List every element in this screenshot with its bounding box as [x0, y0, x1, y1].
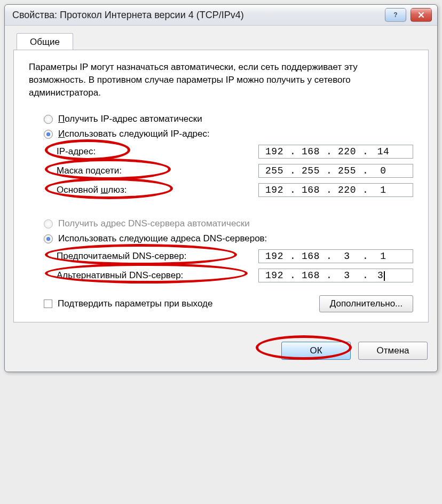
checkbox-icon — [44, 300, 52, 308]
cancel-button[interactable]: Отмена — [358, 342, 428, 360]
text-caret — [384, 271, 385, 281]
panel-general: Параметры IP могут назначаться автоматич… — [13, 50, 429, 322]
ok-button[interactable]: ОК — [281, 342, 351, 360]
help-button[interactable]: ? — [385, 8, 406, 22]
radio-icon — [44, 115, 53, 124]
close-button[interactable] — [411, 8, 432, 22]
input-alternate-dns[interactable]: 192. 168. 3. 3 — [258, 269, 413, 282]
label-default-gateway: Основной шлюз: — [57, 185, 127, 195]
svg-text:?: ? — [393, 11, 397, 19]
input-subnet-mask[interactable]: 255. 255. 255. 0 — [258, 164, 413, 178]
radio-icon — [44, 130, 53, 139]
input-default-gateway[interactable]: 192. 168. 220. 1 — [258, 183, 413, 197]
properties-dialog: Свойства: Протокол Интернета версии 4 (T… — [4, 4, 438, 372]
tab-general[interactable]: Общие — [17, 33, 73, 51]
radio-ip-auto[interactable]: Получить IP-адрес автоматически — [44, 114, 413, 124]
radio-dns-auto: Получить адрес DNS-сервера автоматически — [44, 218, 413, 229]
titlebar: Свойства: Протокол Интернета версии 4 (T… — [5, 5, 437, 26]
label-subnet-mask: Маска подсети: — [57, 166, 122, 176]
radio-icon — [44, 234, 53, 243]
advanced-button[interactable]: Дополнительно... — [319, 295, 413, 312]
window-title: Свойства: Протокол Интернета версии 4 (T… — [12, 10, 244, 21]
label-alternate-dns: Альтернативный DNS-сервер: — [57, 270, 183, 281]
label-ip-address: IP-адрес: — [57, 146, 96, 157]
radio-dns-manual[interactable]: Использовать следующие адреса DNS-сервер… — [44, 233, 413, 244]
tabstrip: Общие — [13, 33, 429, 50]
close-icon — [417, 11, 425, 19]
input-ip-address[interactable]: 192. 168. 220. 14 — [258, 145, 413, 159]
checkbox-confirm-on-exit[interactable]: Подтвердить параметры при выходе — [44, 298, 212, 309]
radio-ip-manual[interactable]: Использовать следующий IP-адрес: — [44, 129, 413, 139]
label-preferred-dns: Предпочитаемый DNS-сервер: — [57, 251, 186, 262]
description-text: Параметры IP могут назначаться автоматич… — [29, 61, 413, 99]
input-preferred-dns[interactable]: 192. 168. 3. 1 — [258, 249, 413, 263]
help-icon: ? — [392, 11, 399, 19]
radio-icon — [44, 219, 53, 229]
